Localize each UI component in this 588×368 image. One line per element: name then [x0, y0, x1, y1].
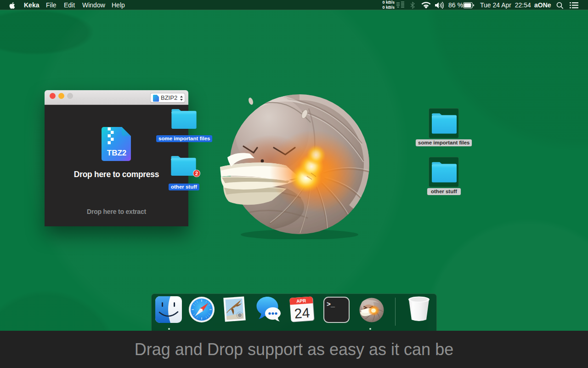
svg-text:24: 24 — [294, 305, 311, 321]
svg-text:APR: APR — [296, 298, 307, 304]
svg-text:TBZ2: TBZ2 — [107, 149, 127, 157]
svg-text:>_: >_ — [327, 301, 335, 309]
